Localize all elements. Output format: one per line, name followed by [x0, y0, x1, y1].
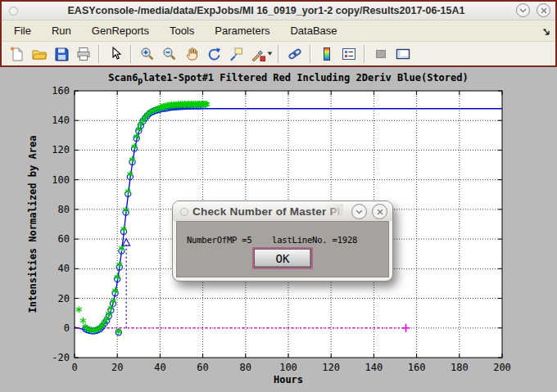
- brush-dropdown-caret-icon[interactable]: [267, 52, 273, 56]
- svg-text:160: 160: [52, 85, 70, 97]
- rotate-icon: [206, 46, 222, 62]
- svg-text:40: 40: [58, 263, 70, 274]
- hide-plot-tools-icon: [373, 46, 389, 62]
- dialog-title: Check Number of Master Pla: [192, 205, 343, 218]
- menu-tearoff-arrow-icon[interactable]: [542, 25, 551, 40]
- menu-file[interactable]: File: [8, 23, 37, 38]
- dialog-body: NumberOfMP =5 lastLineNo. =1928 OK: [176, 221, 389, 277]
- chevron-down-icon: [355, 210, 363, 214]
- new-file-icon: [9, 46, 25, 62]
- svg-text:80: 80: [58, 204, 70, 215]
- titlebar[interactable]: EASYconsole-/media/data/ExpJobs/MI 16_09…: [2, 2, 555, 20]
- pan-button[interactable]: [181, 44, 202, 64]
- figure-area: 020406080100120140160180200-200204060801…: [0, 67, 557, 392]
- svg-text:-20: -20: [52, 352, 70, 363]
- toolbar-separator: [278, 45, 279, 63]
- svg-text:100: 100: [52, 174, 70, 186]
- printer-icon: [75, 46, 92, 62]
- colorbar-icon: [319, 46, 335, 62]
- open-file-button[interactable]: [29, 44, 49, 64]
- rotate-3d-button[interactable]: [203, 44, 224, 64]
- toolbar-separator: [310, 45, 311, 63]
- toolbar-separator: [98, 45, 100, 63]
- svg-text:120: 120: [52, 144, 70, 155]
- close-icon: [377, 209, 383, 215]
- minimize-button[interactable]: [516, 3, 530, 17]
- insert-colorbar-button[interactable]: [316, 44, 337, 64]
- svg-text:140: 140: [52, 115, 70, 126]
- svg-text:Intensities Normalized by Area: Intensities Normalized by Area: [27, 136, 38, 313]
- cursor-arrow-icon: [107, 46, 124, 62]
- new-file-button[interactable]: [7, 44, 27, 64]
- data-cursor-button[interactable]: [225, 44, 246, 64]
- dialog-close-button[interactable]: [372, 204, 387, 219]
- menu-database[interactable]: DataBase: [284, 23, 342, 38]
- dialog-titlebar[interactable]: Check Number of Master Pla: [173, 201, 392, 221]
- insert-legend-button[interactable]: [338, 44, 359, 64]
- svg-text:180: 180: [451, 362, 469, 373]
- svg-text:160: 160: [408, 362, 426, 373]
- svg-text:Scan6plate1-Spot#1 Filtered Re: Scan6plate1-Spot#1 Filtered Red Includin…: [108, 72, 469, 85]
- svg-text:60: 60: [58, 233, 70, 245]
- svg-text:Hours: Hours: [274, 374, 303, 385]
- save-button[interactable]: [51, 44, 71, 64]
- window-menu-icon[interactable]: [9, 7, 18, 16]
- toolbar-separator: [364, 45, 365, 63]
- window-title: EASYconsole-/media/data/ExpJobs/MI 16_09…: [2, 5, 555, 16]
- menu-run[interactable]: Run: [46, 23, 77, 38]
- svg-text:200: 200: [493, 362, 511, 373]
- svg-text:60: 60: [197, 362, 208, 373]
- menubar: File Run GenReports Tools Parameters Dat…: [2, 20, 555, 42]
- window-chrome: EASYconsole-/media/data/ExpJobs/MI 16_09…: [0, 0, 557, 67]
- svg-text:80: 80: [240, 362, 251, 373]
- print-button[interactable]: [73, 44, 93, 64]
- svg-text:100: 100: [279, 362, 297, 373]
- show-plot-tools-icon: [395, 46, 411, 62]
- open-folder-icon: [31, 46, 48, 62]
- legend-icon: [341, 46, 357, 62]
- zoom-out-button[interactable]: [159, 44, 179, 64]
- show-plot-tools-button[interactable]: [392, 44, 413, 64]
- link-icon: [287, 46, 303, 62]
- toolbar-separator: [130, 45, 132, 63]
- edit-arrow-button[interactable]: [105, 44, 125, 64]
- toolbar: [2, 42, 555, 65]
- dialog-ok-button[interactable]: OK: [254, 249, 311, 268]
- dialog-title-fade: [324, 204, 343, 219]
- svg-text:140: 140: [365, 362, 383, 373]
- data-cursor-icon: [228, 46, 244, 62]
- brush-button[interactable]: [247, 44, 268, 64]
- close-button[interactable]: [537, 3, 550, 17]
- zoom-in-button[interactable]: [137, 44, 157, 64]
- svg-text:40: 40: [154, 362, 165, 373]
- dialog-window-menu-icon[interactable]: [180, 208, 188, 216]
- dialog-message: NumberOfMP =5 lastLineNo. =1928: [187, 235, 388, 245]
- svg-text:20: 20: [58, 293, 70, 304]
- svg-text:0: 0: [64, 322, 70, 334]
- zoom-out-icon: [161, 46, 178, 62]
- hand-icon: [183, 46, 200, 62]
- menu-tools[interactable]: Tools: [164, 23, 200, 38]
- close-icon: [541, 7, 547, 14]
- save-floppy-icon: [53, 46, 70, 62]
- zoom-in-icon: [139, 46, 156, 62]
- svg-text:0: 0: [71, 362, 77, 373]
- menu-parameters[interactable]: Parameters: [209, 23, 275, 38]
- brush-icon: [250, 46, 266, 62]
- link-plot-button[interactable]: [284, 44, 305, 64]
- menu-genreports[interactable]: GenReports: [86, 23, 155, 38]
- app-window: EASYconsole-/media/data/ExpJobs/MI 16_09…: [0, 0, 557, 392]
- dialog-minimize-button[interactable]: [351, 204, 367, 219]
- dialog-check-number-of-master-plates: Check Number of Master Pla NumberOfMP =5…: [172, 201, 393, 282]
- chevron-down-icon: [519, 8, 527, 13]
- hide-plot-tools-button: [370, 44, 391, 64]
- svg-text:120: 120: [322, 362, 340, 373]
- svg-text:20: 20: [111, 362, 123, 373]
